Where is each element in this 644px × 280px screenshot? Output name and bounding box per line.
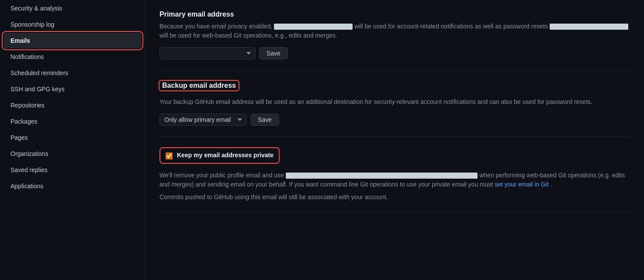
- commits-desc: Commits pushed to GitHub using this emai…: [159, 193, 630, 202]
- keep-private-checkbox[interactable]: [166, 152, 173, 159]
- sidebar-item-label: Organizations: [10, 150, 48, 157]
- sidebar-item-notifications[interactable]: Notifications: [3, 49, 142, 65]
- set-email-git-link[interactable]: set your email in Git: [495, 181, 549, 188]
- sidebar-item-label: Notifications: [10, 53, 44, 60]
- primary-email-save-button[interactable]: Save: [259, 47, 288, 59]
- sidebar-item-label: SSH and GPG keys: [10, 86, 65, 93]
- sidebar-item-repositories[interactable]: Repositories: [3, 97, 142, 113]
- backup-email-section: Backup email address Your backup GitHub …: [159, 70, 630, 137]
- sidebar-item-applications[interactable]: Applications: [3, 178, 142, 194]
- redacted-email-1: [274, 24, 353, 30]
- backup-email-save-button[interactable]: Save: [250, 114, 279, 126]
- sidebar-item-label: Applications: [10, 183, 44, 190]
- sidebar-item-label: Saved replies: [10, 166, 48, 173]
- backup-email-desc: Your backup GitHub email address will be…: [159, 97, 630, 107]
- sidebar-item-packages[interactable]: Packages: [3, 114, 142, 129]
- redacted-email-2: [550, 24, 628, 30]
- privacy-desc: We'll remove your public profile email a…: [159, 171, 630, 189]
- primary-email-desc-after: will be used for web-based Git operation…: [159, 32, 337, 39]
- primary-email-input-row: Save: [159, 47, 630, 59]
- primary-email-select[interactable]: [159, 47, 256, 59]
- sidebar-item-emails[interactable]: Emails: [3, 33, 142, 48]
- sidebar-item-label: Packages: [10, 118, 37, 125]
- privacy-link-after: .: [551, 181, 552, 188]
- backup-email-select[interactable]: Only allow primary email: [159, 114, 247, 126]
- sidebar-item-sponsorship-log[interactable]: Sponsorship log: [3, 17, 142, 32]
- sidebar-item-label: Emails: [10, 37, 30, 44]
- primary-email-section: Primary email address Because you have e…: [159, 0, 630, 70]
- sidebar-item-ssh-gpg-keys[interactable]: SSH and GPG keys: [3, 81, 142, 97]
- keep-private-checkbox-row[interactable]: Keep my email addresses private: [159, 147, 280, 164]
- sidebar-item-organizations[interactable]: Organizations: [3, 146, 142, 162]
- sidebar-item-security-analysis[interactable]: Security & analysis: [3, 0, 142, 16]
- sidebar-item-label: Pages: [10, 134, 28, 141]
- sidebar-item-label: Repositories: [10, 102, 45, 109]
- sidebar-item-saved-replies[interactable]: Saved replies: [3, 162, 142, 178]
- backup-email-input-row: Only allow primary email Save: [159, 114, 630, 126]
- keep-private-label: Keep my email addresses private: [177, 152, 274, 159]
- sidebar-item-scheduled-reminders[interactable]: Scheduled reminders: [3, 65, 142, 81]
- sidebar: Security & analysis Sponsorship log Emai…: [0, 0, 145, 280]
- sidebar-item-label: Scheduled reminders: [10, 69, 68, 76]
- primary-email-desc-middle: will be used for account-related notific…: [354, 23, 548, 30]
- redacted-private-email: [286, 173, 478, 179]
- privacy-desc-before: We'll remove your public profile email a…: [159, 172, 284, 179]
- primary-email-desc: Because you have email privacy enabled, …: [159, 22, 630, 40]
- backup-email-title: Backup email address: [159, 81, 239, 90]
- sidebar-item-label: Sponsorship log: [10, 21, 54, 28]
- sidebar-item-pages[interactable]: Pages: [3, 130, 142, 145]
- primary-email-desc-before: Because you have email privacy enabled,: [159, 23, 272, 30]
- sidebar-item-label: Security & analysis: [10, 5, 62, 12]
- privacy-section: Keep my email addresses private We'll re…: [159, 137, 630, 213]
- main-content: Primary email address Because you have e…: [145, 0, 644, 280]
- primary-email-title: Primary email address: [159, 10, 630, 18]
